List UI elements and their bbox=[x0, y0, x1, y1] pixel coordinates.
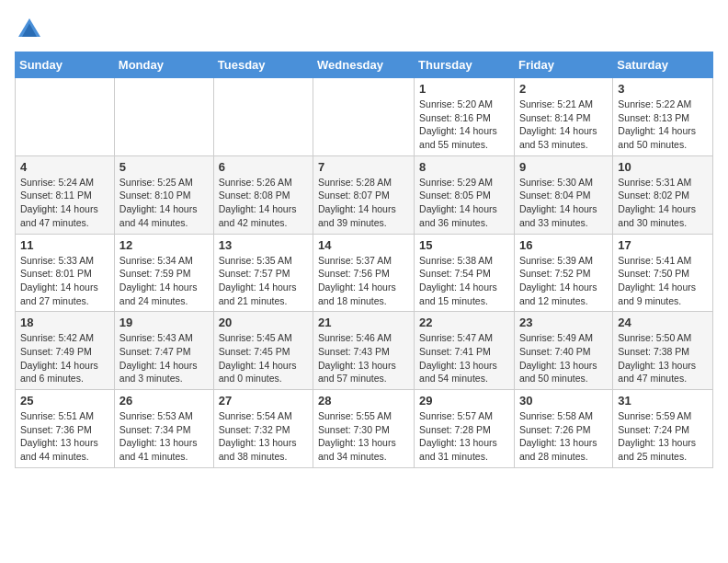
sunrise: Sunrise: 5:58 AM bbox=[519, 410, 593, 421]
day-number: 20 bbox=[219, 316, 308, 329]
calendar-cell: 21Sunrise: 5:46 AMSunset: 7:43 PMDayligh… bbox=[313, 312, 415, 390]
calendar-table: SundayMondayTuesdayWednesdayThursdayFrid… bbox=[15, 52, 713, 468]
week-row-3: 11Sunrise: 5:33 AMSunset: 8:01 PMDayligh… bbox=[16, 234, 713, 312]
day-number: 15 bbox=[419, 238, 509, 252]
daylight: Daylight: 13 hours and 25 minutes. bbox=[618, 437, 696, 462]
cell-content: Sunrise: 5:30 AMSunset: 8:04 PMDaylight:… bbox=[519, 176, 608, 230]
cell-content: Sunrise: 5:21 AMSunset: 8:14 PMDaylight:… bbox=[519, 98, 608, 152]
logo-icon bbox=[15, 15, 44, 44]
daylight: Daylight: 14 hours and 55 minutes. bbox=[419, 125, 497, 150]
cell-content: Sunrise: 5:33 AMSunset: 8:01 PMDaylight:… bbox=[20, 254, 109, 308]
daylight: Daylight: 14 hours and 30 minutes. bbox=[618, 203, 696, 228]
sunrise: Sunrise: 5:50 AM bbox=[618, 332, 691, 343]
cell-content: Sunrise: 5:58 AMSunset: 7:26 PMDaylight:… bbox=[519, 409, 608, 464]
cell-content: Sunrise: 5:37 AMSunset: 7:56 PMDaylight:… bbox=[318, 254, 409, 308]
sunset: Sunset: 7:24 PM bbox=[618, 424, 689, 435]
calendar-cell bbox=[313, 78, 415, 156]
day-number: 30 bbox=[519, 394, 608, 408]
day-number: 10 bbox=[618, 160, 708, 174]
calendar-cell: 30Sunrise: 5:58 AMSunset: 7:26 PMDayligh… bbox=[514, 390, 612, 468]
sunset: Sunset: 7:40 PM bbox=[519, 346, 591, 357]
sunrise: Sunrise: 5:33 AM bbox=[20, 255, 94, 266]
daylight: Daylight: 14 hours and 21 minutes. bbox=[219, 282, 297, 306]
calendar-cell: 7Sunrise: 5:28 AMSunset: 8:07 PMDaylight… bbox=[313, 155, 415, 234]
daylight: Daylight: 14 hours and 15 minutes. bbox=[419, 282, 497, 306]
calendar-cell: 4Sunrise: 5:24 AMSunset: 8:11 PMDaylight… bbox=[16, 155, 115, 234]
cell-content: Sunrise: 5:43 AMSunset: 7:47 PMDaylight:… bbox=[119, 331, 209, 385]
daylight: Daylight: 14 hours and 44 minutes. bbox=[119, 203, 198, 228]
calendar-cell bbox=[114, 78, 213, 156]
sunset: Sunset: 8:13 PM bbox=[618, 112, 689, 123]
calendar-cell: 24Sunrise: 5:50 AMSunset: 7:38 PMDayligh… bbox=[613, 312, 713, 390]
day-number: 26 bbox=[119, 394, 209, 408]
sunrise: Sunrise: 5:49 AM bbox=[519, 332, 593, 343]
cell-content: Sunrise: 5:47 AMSunset: 7:41 PMDaylight:… bbox=[419, 331, 509, 385]
calendar-cell: 25Sunrise: 5:51 AMSunset: 7:36 PMDayligh… bbox=[16, 390, 115, 468]
sunset: Sunset: 7:38 PM bbox=[618, 346, 689, 357]
cell-content: Sunrise: 5:55 AMSunset: 7:30 PMDaylight:… bbox=[318, 409, 409, 464]
cell-content: Sunrise: 5:54 AMSunset: 7:32 PMDaylight:… bbox=[219, 409, 308, 464]
sunrise: Sunrise: 5:59 AM bbox=[618, 410, 691, 421]
daylight: Daylight: 14 hours and 0 minutes. bbox=[219, 360, 297, 385]
sunrise: Sunrise: 5:29 AM bbox=[419, 177, 493, 188]
sunset: Sunset: 7:30 PM bbox=[318, 424, 390, 435]
calendar-cell: 17Sunrise: 5:41 AMSunset: 7:50 PMDayligh… bbox=[613, 234, 713, 312]
sunset: Sunset: 8:14 PM bbox=[519, 112, 591, 123]
sunrise: Sunrise: 5:51 AM bbox=[20, 410, 94, 421]
sunrise: Sunrise: 5:25 AM bbox=[119, 177, 193, 188]
day-number: 1 bbox=[419, 82, 509, 96]
day-number: 21 bbox=[318, 316, 409, 329]
sunrise: Sunrise: 5:24 AM bbox=[20, 177, 94, 188]
sunrise: Sunrise: 5:54 AM bbox=[219, 410, 292, 421]
header-monday: Monday bbox=[114, 52, 213, 78]
daylight: Daylight: 14 hours and 6 minutes. bbox=[20, 360, 98, 385]
sunset: Sunset: 7:50 PM bbox=[618, 268, 689, 279]
sunset: Sunset: 8:08 PM bbox=[219, 190, 290, 201]
cell-content: Sunrise: 5:42 AMSunset: 7:49 PMDaylight:… bbox=[20, 331, 109, 385]
sunrise: Sunrise: 5:41 AM bbox=[618, 255, 691, 266]
sunset: Sunset: 8:01 PM bbox=[20, 268, 92, 279]
day-number: 6 bbox=[219, 160, 308, 174]
calendar-cell: 9Sunrise: 5:30 AMSunset: 8:04 PMDaylight… bbox=[514, 155, 612, 234]
sunrise: Sunrise: 5:26 AM bbox=[219, 177, 292, 188]
cell-content: Sunrise: 5:28 AMSunset: 8:07 PMDaylight:… bbox=[318, 176, 409, 230]
sunrise: Sunrise: 5:21 AM bbox=[519, 98, 593, 109]
calendar-cell: 28Sunrise: 5:55 AMSunset: 7:30 PMDayligh… bbox=[313, 390, 415, 468]
day-number: 23 bbox=[519, 316, 608, 329]
cell-content: Sunrise: 5:51 AMSunset: 7:36 PMDaylight:… bbox=[20, 409, 109, 464]
daylight: Daylight: 14 hours and 27 minutes. bbox=[20, 282, 98, 306]
header-friday: Friday bbox=[514, 52, 612, 78]
daylight: Daylight: 13 hours and 50 minutes. bbox=[519, 360, 597, 385]
daylight: Daylight: 13 hours and 54 minutes. bbox=[419, 360, 497, 385]
day-number: 24 bbox=[618, 316, 708, 329]
header-thursday: Thursday bbox=[415, 52, 515, 78]
cell-content: Sunrise: 5:41 AMSunset: 7:50 PMDaylight:… bbox=[618, 254, 708, 308]
sunset: Sunset: 7:47 PM bbox=[119, 346, 191, 357]
sunset: Sunset: 8:11 PM bbox=[20, 190, 92, 201]
daylight: Daylight: 14 hours and 3 minutes. bbox=[119, 360, 198, 385]
calendar-cell: 10Sunrise: 5:31 AMSunset: 8:02 PMDayligh… bbox=[613, 155, 713, 234]
header-wednesday: Wednesday bbox=[313, 52, 415, 78]
calendar-cell: 19Sunrise: 5:43 AMSunset: 7:47 PMDayligh… bbox=[114, 312, 213, 390]
sunrise: Sunrise: 5:28 AM bbox=[318, 177, 392, 188]
day-number: 13 bbox=[219, 238, 308, 252]
daylight: Daylight: 14 hours and 18 minutes. bbox=[318, 282, 396, 306]
day-number: 22 bbox=[419, 316, 509, 329]
calendar-cell: 31Sunrise: 5:59 AMSunset: 7:24 PMDayligh… bbox=[613, 390, 713, 468]
daylight: Daylight: 13 hours and 31 minutes. bbox=[419, 437, 497, 462]
sunset: Sunset: 7:59 PM bbox=[119, 268, 191, 279]
cell-content: Sunrise: 5:25 AMSunset: 8:10 PMDaylight:… bbox=[119, 176, 209, 230]
calendar-cell: 22Sunrise: 5:47 AMSunset: 7:41 PMDayligh… bbox=[415, 312, 515, 390]
daylight: Daylight: 14 hours and 42 minutes. bbox=[219, 203, 297, 228]
cell-content: Sunrise: 5:26 AMSunset: 8:08 PMDaylight:… bbox=[219, 176, 308, 230]
day-number: 27 bbox=[219, 394, 308, 408]
daylight: Daylight: 14 hours and 12 minutes. bbox=[519, 282, 597, 306]
sunset: Sunset: 7:41 PM bbox=[419, 346, 491, 357]
cell-content: Sunrise: 5:59 AMSunset: 7:24 PMDaylight:… bbox=[618, 409, 708, 464]
sunrise: Sunrise: 5:35 AM bbox=[219, 255, 292, 266]
calendar-cell: 3Sunrise: 5:22 AMSunset: 8:13 PMDaylight… bbox=[613, 78, 713, 156]
daylight: Daylight: 14 hours and 47 minutes. bbox=[20, 203, 98, 228]
sunset: Sunset: 8:04 PM bbox=[519, 190, 591, 201]
day-number: 5 bbox=[119, 160, 209, 174]
logo bbox=[15, 15, 48, 44]
